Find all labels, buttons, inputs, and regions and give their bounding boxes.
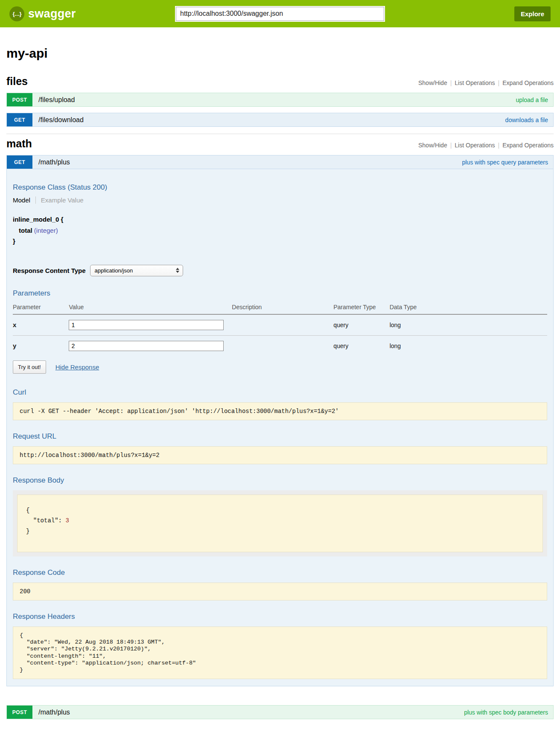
operation-get-math-plus: GET /math/plus plus with spec query para…	[6, 155, 554, 686]
list-operations-link[interactable]: List Operations	[455, 79, 495, 86]
operation-path-link[interactable]: /files/upload	[38, 96, 75, 104]
section-controls: Show/Hide|List Operations|Expand Operati…	[418, 142, 554, 149]
select-arrows-icon	[176, 268, 179, 273]
model-close-brace: }	[13, 236, 547, 247]
swagger-logo-link[interactable]: {…} swagger	[9, 6, 176, 21]
param-data-type: long	[390, 335, 547, 356]
response-class-title: Response Class (Status 200)	[13, 183, 547, 192]
operation-expanded-content: Response Class (Status 200) Model Exampl…	[6, 169, 554, 686]
response-headers-box: { "date": "Wed, 22 Aug 2018 18:49:13 GMT…	[13, 627, 547, 679]
response-code: 200	[20, 588, 540, 595]
operation-post-files-upload: POST /files/upload upload a file	[6, 93, 554, 107]
param-name: x	[13, 314, 69, 336]
response-headers-json: { "date": "Wed, 22 Aug 2018 18:49:13 GMT…	[20, 632, 540, 674]
operation-summary-link[interactable]: plus with spec query parameters	[462, 159, 548, 166]
request-url: http://localhost:3000/math/plus?x=1&y=2	[20, 452, 540, 459]
operation-post-math-plus: POST /math/plus plus with spec body para…	[6, 705, 554, 719]
model-property: total (integer)	[13, 225, 547, 236]
response-code-title: Response Code	[13, 568, 547, 577]
operation-heading[interactable]: GET /math/plus plus with spec query para…	[6, 155, 554, 169]
operation-heading[interactable]: GET /files/download downloads a file	[6, 113, 554, 127]
col-header-parameter: Parameter	[13, 302, 69, 314]
separator: |	[450, 142, 452, 149]
response-body-title: Response Body	[13, 476, 547, 485]
response-body-container: { "total": 3 }	[13, 490, 547, 557]
tab-model[interactable]: Model	[13, 196, 36, 204]
try-it-out-button[interactable]: Try it out!	[13, 360, 46, 374]
param-type: query	[333, 335, 389, 356]
operation-heading[interactable]: POST /files/upload upload a file	[6, 93, 554, 107]
json-open-brace: {	[26, 505, 534, 516]
model-property-name: total	[19, 227, 32, 234]
model-signature: inline_model_0 { total (integer) }	[13, 214, 547, 247]
tab-example-value[interactable]: Example Value	[36, 196, 84, 204]
hide-response-link[interactable]: Hide Response	[55, 363, 99, 371]
http-method-badge: GET	[7, 155, 32, 169]
show-hide-link[interactable]: Show/Hide	[418, 79, 447, 86]
json-total-line: "total": 3	[26, 515, 534, 526]
parameters-title: Parameters	[13, 289, 547, 298]
http-method-badge: GET	[7, 113, 32, 126]
param-description	[232, 314, 333, 336]
curl-title: Curl	[13, 388, 547, 397]
json-close-brace: }	[26, 526, 534, 537]
table-row-param-x: x query long	[13, 314, 547, 336]
swagger-url-input[interactable]	[176, 7, 384, 21]
http-method-badge: POST	[7, 93, 32, 106]
section-files: files Show/Hide|List Operations|Expand O…	[6, 75, 554, 127]
http-method-badge: POST	[7, 706, 32, 719]
section-controls: Show/Hide|List Operations|Expand Operati…	[418, 79, 554, 86]
operation-summary-link[interactable]: plus with spec body parameters	[464, 709, 548, 716]
operation-path-link[interactable]: /math/plus	[38, 709, 70, 716]
response-body-box: { "total": 3 }	[17, 495, 543, 553]
param-y-value-input[interactable]	[69, 341, 224, 351]
expand-operations-link[interactable]: Expand Operations	[502, 142, 554, 149]
swagger-logo-icon: {…}	[9, 6, 24, 21]
col-header-data-type: Data Type	[390, 302, 547, 314]
operation-path-link[interactable]: /math/plus	[38, 158, 70, 166]
param-type: query	[333, 314, 389, 336]
col-header-description: Description	[232, 302, 333, 314]
curl-command: curl -X GET --header 'Accept: applicatio…	[20, 408, 540, 415]
col-header-parameter-type: Parameter Type	[333, 302, 389, 314]
section-math: math Show/Hide|List Operations|Expand Op…	[6, 134, 554, 719]
param-x-value-input[interactable]	[69, 320, 224, 330]
param-data-type: long	[390, 314, 547, 336]
response-headers-title: Response Headers	[13, 612, 547, 621]
operation-path-link[interactable]: /files/download	[38, 116, 84, 124]
request-url-title: Request URL	[13, 432, 547, 441]
section-title-files[interactable]: files	[6, 75, 28, 88]
operation-summary-link[interactable]: downloads a file	[505, 117, 548, 123]
response-content-type-value: application/json	[95, 267, 133, 274]
response-content-type-select[interactable]: application/json	[90, 265, 183, 276]
explore-button[interactable]: Explore	[514, 6, 551, 21]
param-description	[232, 335, 333, 356]
show-hide-link[interactable]: Show/Hide	[418, 142, 447, 149]
model-property-type: (integer)	[34, 227, 58, 234]
json-value: 3	[65, 517, 69, 524]
topbar: {…} swagger Explore	[0, 0, 560, 27]
operation-get-files-download: GET /files/download downloads a file	[6, 113, 554, 127]
json-key: "total":	[26, 517, 65, 524]
swagger-logo-text: swagger	[28, 7, 76, 20]
list-operations-link[interactable]: List Operations	[455, 142, 495, 149]
table-row-param-y: y query long	[13, 335, 547, 356]
operation-heading[interactable]: POST /math/plus plus with spec body para…	[6, 705, 554, 719]
separator: |	[498, 142, 500, 149]
section-title-math[interactable]: math	[6, 138, 32, 150]
response-content-type-label: Response Content Type	[13, 267, 86, 274]
expand-operations-link[interactable]: Expand Operations	[502, 79, 554, 86]
separator: |	[498, 79, 500, 86]
param-name: y	[13, 335, 69, 356]
separator: |	[450, 79, 452, 86]
page-title: my-api	[6, 46, 554, 61]
model-open-brace: inline_model_0 {	[13, 214, 547, 225]
model-tabs: Model Example Value	[13, 196, 547, 204]
col-header-value: Value	[69, 302, 232, 314]
response-code-box: 200	[13, 583, 547, 600]
curl-command-box: curl -X GET --header 'Accept: applicatio…	[13, 402, 547, 420]
request-url-box: http://localhost:3000/math/plus?x=1&y=2	[13, 446, 547, 464]
parameters-table: Parameter Value Description Parameter Ty…	[13, 302, 547, 356]
operation-summary-link[interactable]: upload a file	[516, 97, 548, 103]
